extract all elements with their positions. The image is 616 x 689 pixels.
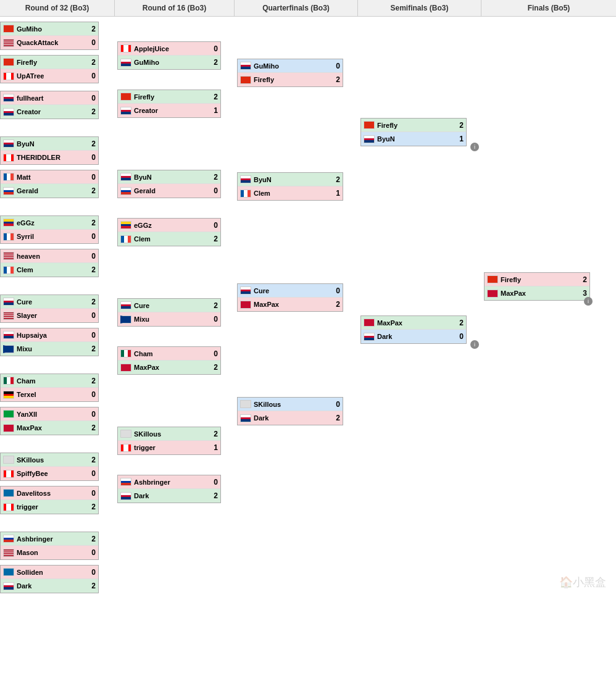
match-box: Cure 2 Slayer 0: [0, 294, 99, 323]
flag-se: [3, 568, 14, 576]
r32-match-10: Cham 2 Terxel 0: [0, 372, 115, 403]
r32-header: Round of 32 (Bo3): [0, 0, 115, 16]
r32-match-1: GuMiho 2 QuackAttack 0: [0, 20, 115, 51]
match-box: MaxPax 2 Dark 0: [360, 315, 467, 344]
flag-us: [3, 252, 14, 260]
player-name: Firefly: [254, 76, 331, 83]
player-name: MaxPax: [17, 424, 87, 432]
player-name: Mixu: [134, 315, 209, 323]
player-row: Firefly 2: [485, 273, 589, 286]
info-icon[interactable]: i: [584, 297, 593, 306]
match-box: eGGz 0 Clem 2: [117, 218, 221, 246]
score: 0: [87, 410, 96, 419]
score: 0: [87, 311, 96, 320]
player-row: Gerald 0: [118, 184, 220, 198]
player-row: UpATree 0: [1, 69, 98, 83]
player-name: UpATree: [17, 72, 87, 80]
flag-fr: [3, 173, 14, 181]
player-name: fullheart: [17, 94, 87, 102]
flag-ru: [120, 478, 131, 486]
match-box: GuMiho 0 Firefly 2: [237, 59, 343, 87]
player-row: Dark 2: [1, 579, 98, 593]
r16-match-8: Ashbringer 0 Dark 2: [117, 474, 232, 504]
match-box: Firefly 2 Creator 1: [117, 90, 221, 118]
player-row: Clem 1: [238, 186, 343, 200]
score: 0: [331, 286, 340, 295]
score: 2: [209, 93, 218, 101]
flag-fi: [120, 315, 131, 324]
player-name: eGGz: [134, 222, 209, 229]
score: 2: [209, 430, 218, 438]
player-row: MaxPax 3: [485, 286, 589, 300]
player-name: Cham: [17, 377, 87, 385]
flag-se: [3, 489, 14, 497]
player-row: Cure 2: [1, 295, 98, 309]
flag-fr: [3, 233, 14, 241]
column-headers: Round of 32 (Bo3) Round of 16 (Bo3) Quar…: [0, 0, 616, 17]
flag-ru: [3, 535, 14, 543]
r32-match-8: Cure 2 Slayer 0: [0, 293, 115, 324]
score: 0: [87, 489, 96, 498]
score: 0: [87, 94, 96, 102]
player-row: Creator 1: [118, 104, 220, 117]
player-row: Mixu 0: [118, 312, 220, 326]
flag-cn: [120, 93, 131, 101]
player-name: Cham: [134, 350, 209, 357]
match-box: ApplejUice 0 GuMiho 2: [117, 41, 221, 70]
player-name: Solliden: [17, 569, 87, 576]
quarterfinals: GuMiho 0 Firefly 2: [235, 17, 358, 596]
player-row: Firefly 2: [238, 73, 343, 86]
score: 1: [209, 106, 218, 115]
match-box: heaven 0 Clem 2: [0, 249, 99, 277]
score: 2: [455, 319, 464, 327]
player-row: Ashbringer 2: [1, 532, 98, 546]
semifinals: Firefly 2 ByuN 1 i: [358, 17, 481, 596]
player-name: Creator: [17, 108, 87, 115]
player-name: SpiffyBee: [17, 470, 87, 477]
match-box: YanXII 0 MaxPax 2: [0, 407, 99, 435]
flag-kr: [3, 331, 14, 339]
player-name: Firefly: [501, 276, 578, 283]
r32-match-14: Ashbringer 2 Mason 0: [0, 530, 115, 561]
score: 0: [331, 62, 340, 70]
score: 2: [87, 107, 96, 116]
match-box: ByuN 2 THERIDDLER 0: [0, 136, 99, 165]
player-name: QuackAttack: [17, 39, 87, 46]
flag-ru: [3, 187, 14, 195]
player-row: ByuN 2: [1, 137, 98, 151]
qf-header: Quarterfinals (Bo3): [235, 0, 358, 16]
r32-match-7: heaven 0 Clem 2: [0, 248, 115, 278]
player-row: eGGz 2: [1, 216, 98, 230]
info-icon[interactable]: i: [470, 143, 479, 151]
player-row: QuackAttack 0: [1, 36, 98, 49]
flag-kr: [364, 135, 375, 143]
player-name: heaven: [17, 253, 87, 260]
score: 2: [578, 275, 587, 284]
r32-match-5: Matt 0 Gerald 2: [0, 169, 115, 199]
player-name: ApplejUice: [134, 45, 209, 52]
flag-kr: [3, 94, 14, 102]
player-row: ApplejUice 0: [118, 42, 220, 56]
player-row: Cure 2: [118, 299, 220, 312]
player-row: Dark 2: [118, 489, 220, 503]
info-icon[interactable]: i: [470, 340, 479, 349]
player-name: trigger: [17, 503, 87, 511]
player-name: Dark: [377, 333, 455, 340]
score: 2: [331, 175, 340, 184]
score: 0: [87, 568, 96, 577]
player-row: Mason 0: [1, 546, 98, 559]
match-box: Cham 0 MaxPax 2: [117, 346, 221, 375]
score: 2: [87, 219, 96, 227]
player-name: Cure: [17, 298, 87, 306]
player-name: Davelitoss: [17, 490, 87, 497]
player-row: Solliden 0: [1, 566, 98, 579]
player-name: ByuN: [377, 135, 455, 143]
player-row: heaven 0: [1, 249, 98, 263]
score: 0: [331, 400, 340, 409]
match-box: Solliden 0 Dark 2: [0, 565, 99, 593]
flag-us: [3, 39, 14, 47]
player-name: MaxPax: [501, 290, 578, 297]
flag-ca: [3, 503, 14, 511]
flag-kr: [240, 175, 251, 183]
match-box: ByuN 2 Clem 1: [237, 172, 343, 201]
